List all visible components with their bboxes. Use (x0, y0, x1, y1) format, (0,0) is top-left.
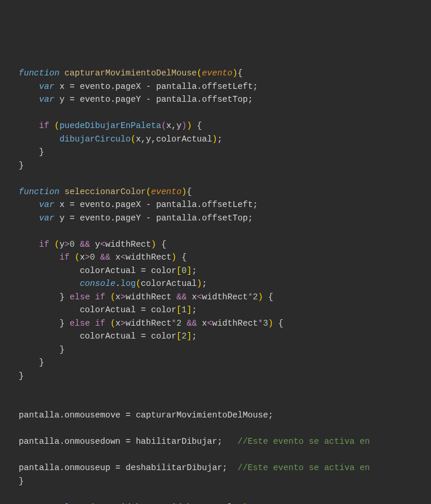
identifier: pantalla (19, 437, 60, 446)
parameter: evento (202, 68, 232, 78)
identifier: x (202, 319, 207, 328)
paren-close: ) (187, 121, 192, 130)
keyword-var: var (39, 95, 54, 104)
identifier: pantalla (156, 95, 197, 104)
code-line: if (y>0 && y<widthRect) { (19, 240, 166, 249)
identifier: capturarMovimientoDelMouse (136, 410, 268, 420)
function-name: capturarMovimientoDelMouse (64, 68, 196, 78)
identifier: pantalla (19, 410, 60, 420)
operator: - (141, 82, 156, 91)
identifier: evento (80, 95, 110, 104)
code-line: } (19, 358, 44, 367)
keyword-if: if (95, 292, 105, 302)
keyword-if: if (39, 121, 49, 130)
paren-open: ( (130, 134, 136, 144)
code-line: function capturarMovimientoDelMouse(even… (19, 68, 243, 78)
identifier: pantalla (156, 200, 197, 209)
code-line: var y = evento.pageY - pantalla.offsetTo… (19, 95, 253, 104)
paren-open: ( (146, 187, 151, 196)
identifier: x (192, 292, 197, 302)
identifier: y (60, 213, 65, 223)
brace-close: } (19, 161, 24, 170)
number: 0 (181, 266, 187, 275)
function-call: log (120, 279, 136, 288)
identifier: colorActual (141, 279, 197, 288)
property: offsetLeft (202, 200, 253, 209)
paren-close: ) (181, 121, 187, 130)
number: 2 (253, 292, 258, 302)
code-line: var x = evento.pageX - pantalla.offsetLe… (19, 200, 258, 209)
identifier: pantalla (156, 82, 197, 91)
number: 1 (181, 305, 187, 315)
operator: > (64, 240, 70, 249)
identifier: color (151, 305, 177, 315)
dot: . (197, 82, 202, 91)
identifier: x (115, 292, 120, 302)
identifier: colorActual (156, 134, 212, 144)
identifier: evento (80, 82, 110, 91)
code-line: var y = evento.pageY - pantalla.offsetTo… (19, 213, 253, 223)
property: onmouseup (64, 463, 110, 472)
comment: //Este evento se activa en (237, 463, 370, 472)
identifier: deshabilitarDibujar (126, 463, 222, 472)
console: console (80, 279, 115, 288)
identifier: x (166, 121, 171, 130)
property: onmousedown (64, 437, 120, 446)
code-line: } else if (x>widthRect*2 && x<widthRect*… (19, 319, 284, 328)
parameter: evento (151, 187, 181, 196)
paren-open: ( (54, 121, 60, 130)
identifier: widthRect (126, 292, 171, 302)
identifier: widthRect (126, 253, 171, 262)
identifier: color (151, 266, 177, 275)
function-call: puedeDibujarEnPaleta (60, 121, 161, 130)
operator: = (64, 82, 80, 91)
identifier: y (95, 240, 101, 249)
identifier: y (60, 95, 65, 104)
property: offsetLeft (202, 82, 253, 91)
identifier: evento (80, 213, 110, 223)
identifier: x (60, 200, 65, 209)
property: pageX (115, 82, 141, 91)
identifier: x (115, 319, 120, 328)
identifier: habilitarDibujar (136, 437, 217, 446)
code-line: if (x>0 && x<widthRect) { (19, 253, 187, 262)
identifier: colorActual (80, 332, 136, 341)
property: pageX (115, 200, 141, 209)
identifier: colorActual (80, 305, 136, 315)
keyword-function: function (19, 68, 60, 78)
code-line: } else if (x>widthRect && x<widthRect*2)… (19, 292, 273, 302)
identifier: x (115, 253, 120, 262)
brace-close: } (39, 147, 44, 157)
identifier: x (80, 253, 85, 262)
code-line: colorActual = color[1]; (19, 305, 197, 315)
keyword-if: if (60, 253, 70, 262)
number: 0 (90, 253, 95, 262)
comma: , (171, 121, 177, 130)
brace-open: { (237, 68, 243, 78)
function-call: dibujarCirculo (60, 134, 131, 144)
keyword-if: if (95, 319, 105, 328)
operator: < (100, 240, 105, 249)
number: 0 (70, 240, 75, 249)
brace-open: { (187, 187, 192, 196)
paren-close: ) (212, 134, 218, 144)
paren-close: ) (181, 187, 187, 196)
code-line: } (19, 345, 64, 354)
semicolon: ; (253, 82, 258, 91)
identifier: color (151, 332, 177, 341)
number: 2 (181, 332, 187, 341)
keyword-else: else (70, 292, 90, 302)
identifier: widthRect (126, 319, 171, 328)
keyword-if: if (39, 240, 49, 249)
property: pageY (115, 213, 141, 223)
code-line: pantalla.onmousedown = habilitarDibujar;… (19, 437, 370, 446)
comment: //Este evento se activa en (237, 437, 370, 446)
code-line: var x = evento.pageX - pantalla.offsetLe… (19, 82, 258, 91)
code-line: colorActual = color[0]; (19, 266, 197, 275)
code-editor[interactable]: function capturarMovimientoDelMouse(even… (0, 53, 431, 504)
identifier: widthRect (202, 292, 247, 302)
code-line: } (19, 147, 44, 157)
property: onmousemove (64, 410, 120, 420)
property: pageY (115, 95, 141, 104)
code-line: if (puedeDibujarEnPaleta(x,y)) { (19, 121, 202, 130)
